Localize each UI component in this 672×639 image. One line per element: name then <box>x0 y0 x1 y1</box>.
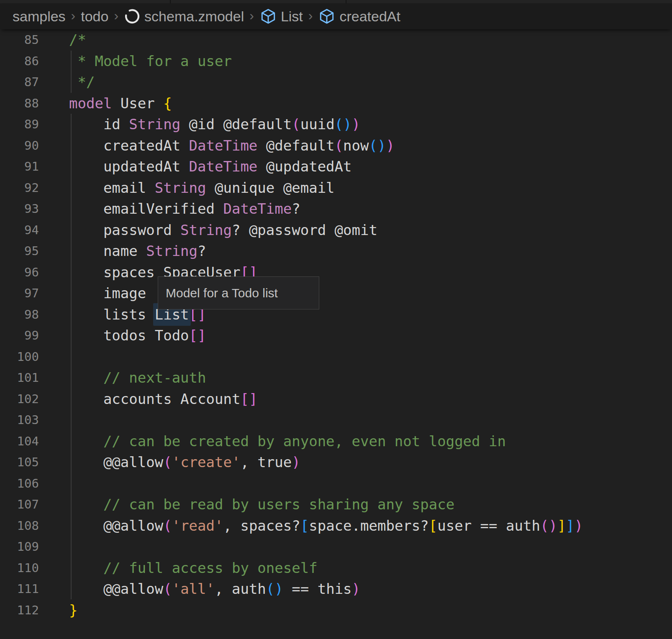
code-token: ) <box>386 137 394 154</box>
breadcrumb-item-label: schema.zmodel <box>144 8 244 25</box>
code-token: DateTime <box>189 137 258 154</box>
code-line-content: // next-auth <box>39 367 206 389</box>
code-token: password <box>69 222 180 238</box>
code-token: ( <box>163 580 172 597</box>
code-token: String <box>146 243 197 259</box>
line-number: 99 <box>0 325 39 346</box>
code-line-104[interactable]: 104 // can be created by anyone, even no… <box>0 431 672 452</box>
line-number: 97 <box>0 283 39 304</box>
breadcrumb-separator-icon: › <box>114 9 118 22</box>
line-number: 96 <box>0 262 39 283</box>
breadcrumb-item-samples[interactable]: samples <box>13 8 66 25</box>
code-token: model <box>69 95 112 112</box>
code-line-100[interactable]: 100 <box>0 346 672 368</box>
code-line-90[interactable]: 90 createdAt DateTime @default(now()) <box>0 135 672 156</box>
line-number: 111 <box>0 578 39 600</box>
code-token: todos Todo <box>69 327 189 344</box>
code-token: @@allow <box>69 454 163 470</box>
sync-icon <box>124 8 141 25</box>
code-line-110[interactable]: 110 // full access by oneself <box>0 557 672 579</box>
code-token: // full access by oneself <box>103 560 318 576</box>
code-token <box>69 560 103 576</box>
code-line-content: todos Todo[] <box>39 325 206 346</box>
code-token: ? @password @omit <box>232 222 377 238</box>
code-line-95[interactable]: 95 name String? <box>0 240 672 262</box>
code-line-109[interactable]: 109 <box>0 536 672 557</box>
code-token: String <box>155 179 206 196</box>
code-line-content: // can be created by anyone, even not lo… <box>39 431 506 452</box>
code-token: , spaces? <box>223 517 300 534</box>
code-line-content: @@allow('all', auth() == this) <box>39 578 360 600</box>
code-token <box>69 369 103 386</box>
code-line-97[interactable]: 97 image <box>0 283 672 304</box>
breadcrumb-separator-icon: › <box>308 9 313 22</box>
code-token: ] <box>557 517 566 534</box>
line-number: 85 <box>0 29 39 51</box>
code-editor[interactable]: 85/*86 * Model for a user87 */88model Us… <box>0 29 672 639</box>
code-line-93[interactable]: 93 emailVerified DateTime? <box>0 198 672 220</box>
breadcrumb-item-schema-zmodel[interactable]: schema.zmodel <box>124 8 244 25</box>
code-token: emailVerified <box>69 200 223 217</box>
code-line-94[interactable]: 94 password String? @password @omit <box>0 220 672 241</box>
line-number: 95 <box>0 240 39 262</box>
code-line-content: // full access by oneself <box>39 557 318 579</box>
code-line-107[interactable]: 107 // can be read by users sharing any … <box>0 494 672 515</box>
code-token: ( <box>292 116 300 133</box>
code-line-content <box>39 536 69 557</box>
code-line-86[interactable]: 86 * Model for a user <box>0 51 672 72</box>
code-line-103[interactable]: 103 <box>0 409 672 431</box>
code-token: lists <box>69 306 155 323</box>
code-line-87[interactable]: 87 */ <box>0 72 672 93</box>
line-number: 87 <box>0 72 39 93</box>
code-line-112[interactable]: 112} <box>0 600 672 621</box>
breadcrumb-item-todo[interactable]: todo <box>81 8 108 25</box>
line-number: 93 <box>0 198 39 220</box>
code-line-content: @@allow('read', spaces?[space.members?[u… <box>39 515 583 537</box>
code-token: ) <box>352 580 360 597</box>
code-line-105[interactable]: 105 @@allow('create', true) <box>0 452 672 473</box>
code-line-111[interactable]: 111 @@allow('all', auth() == this) <box>0 578 672 600</box>
code-token: ) <box>352 116 360 133</box>
code-line-content: accounts Account[] <box>39 389 257 410</box>
code-token <box>69 496 103 513</box>
code-token: @updatedAt <box>257 158 351 175</box>
line-number: 107 <box>0 494 39 515</box>
code-line-101[interactable]: 101 // next-auth <box>0 367 672 389</box>
cube-icon <box>259 8 277 25</box>
code-line-88[interactable]: 88model User { <box>0 93 672 114</box>
cube-icon <box>318 8 336 25</box>
code-token: ( <box>335 116 343 133</box>
code-token: 'read' <box>172 517 223 534</box>
code-line-content: model User { <box>39 93 172 114</box>
code-token: id <box>69 116 129 133</box>
code-token: ( <box>540 517 549 534</box>
code-line-108[interactable]: 108 @@allow('read', spaces?[space.member… <box>0 515 672 537</box>
code-line-85[interactable]: 85/* <box>0 29 672 51</box>
code-line-89[interactable]: 89 id String @id @default(uuid()) <box>0 114 672 135</box>
line-number: 112 <box>0 600 39 621</box>
line-number: 110 <box>0 557 39 579</box>
code-token: space.members? <box>309 517 429 534</box>
code-line-96[interactable]: 96 spaces SpaceUser[] <box>0 262 672 283</box>
code-line-106[interactable]: 106 <box>0 473 672 494</box>
code-token: String <box>180 222 232 238</box>
code-line-91[interactable]: 91 updatedAt DateTime @updatedAt <box>0 156 672 177</box>
breadcrumb-item-list[interactable]: List <box>259 8 303 25</box>
code-line-99[interactable]: 99 todos Todo[] <box>0 325 672 346</box>
code-line-102[interactable]: 102 accounts Account[] <box>0 389 672 410</box>
code-token: accounts Account <box>69 391 240 407</box>
line-number: 89 <box>0 114 39 135</box>
code-line-98[interactable]: 98 lists List[] <box>0 304 672 325</box>
code-line-content: emailVerified DateTime? <box>39 198 300 220</box>
line-number: 92 <box>0 177 39 199</box>
code-line-content: updatedAt DateTime @updatedAt <box>39 156 352 177</box>
code-token: 'all' <box>172 580 215 597</box>
code-line-92[interactable]: 92 email String @unique @email <box>0 177 672 199</box>
code-token: [] <box>189 327 206 344</box>
breadcrumb-item-createdat[interactable]: createdAt <box>318 8 400 25</box>
line-number: 105 <box>0 452 39 473</box>
tab-separator <box>170 0 171 3</box>
code-line-content <box>39 346 69 368</box>
code-token: @@allow <box>69 580 163 597</box>
code-token: ? <box>292 200 300 217</box>
